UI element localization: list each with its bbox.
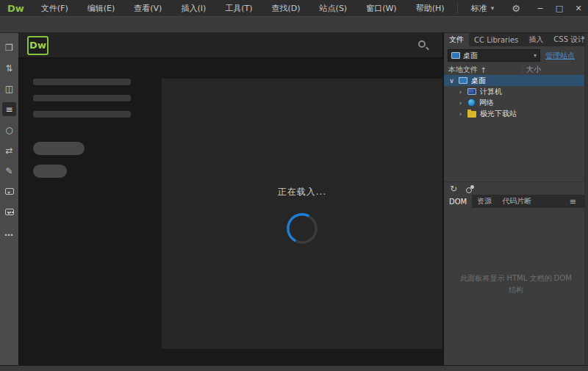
workspace-switcher[interactable]: 标准 ▾	[464, 3, 502, 14]
tree-label: 极光下载站	[480, 109, 517, 119]
main-area: ❐⇅◫≡○⇄✎… Dw 正在载入...	[0, 33, 588, 365]
search-lens	[418, 40, 426, 48]
desktop-icon	[451, 52, 460, 59]
files-panel-tabs: 文件CC Libraries插入CSS 设计器≡	[444, 33, 588, 46]
app-logo: Dw	[0, 3, 32, 14]
site-selector-value: 桌面	[463, 51, 478, 61]
files-column-header[interactable]: 本地文件 ↑ 大小	[444, 65, 588, 75]
menu-6[interactable]: 查找(D)	[262, 0, 310, 16]
chevron-collapsed-icon[interactable]: ›	[457, 99, 464, 107]
skeleton-bar	[33, 111, 131, 118]
loading-skeleton	[33, 79, 158, 178]
loading-spinner	[285, 212, 319, 245]
file-activity-icon[interactable]	[466, 185, 476, 192]
menu-1[interactable]: 文件(F)	[32, 0, 78, 16]
dom-section: DOM资源代码片断≡ 此面板将显示 HTML 文档的 DOM 结构	[444, 195, 588, 365]
secondary-toolbar	[0, 16, 588, 33]
open-documents-icon[interactable]: ❐	[2, 40, 16, 54]
workspace-label: 标准	[471, 3, 487, 14]
folder-icon	[467, 111, 476, 118]
site-selector-row: 桌面 ▾ 管理站点	[444, 46, 588, 65]
tree-label: 网络	[479, 98, 494, 108]
right-dock-panel: » 文件CC Libraries插入CSS 设计器≡ 桌面 ▾ 管理站点 本地文…	[444, 33, 588, 365]
dom-placeholder-text: 此面板将显示 HTML 文档的 DOM 结构	[458, 273, 574, 296]
menu-3[interactable]: 查看(V)	[124, 0, 171, 16]
close-button[interactable]: ✕	[569, 0, 588, 16]
tab-cc-libraries[interactable]: CC Libraries	[469, 33, 523, 46]
dom-panel-content: 此面板将显示 HTML 文档的 DOM 结构	[444, 208, 588, 365]
loading-text: 正在载入...	[278, 186, 326, 198]
column-divider[interactable]	[522, 65, 523, 74]
files-panel-footer: ↻	[444, 181, 588, 195]
skeleton-pill	[33, 142, 85, 155]
tab-资源[interactable]: 资源	[472, 195, 497, 208]
dom-panel-tabs: DOM资源代码片断≡	[444, 195, 588, 208]
menu-2[interactable]: 编辑(E)	[78, 0, 125, 16]
customize-toolbar-icon[interactable]: …	[2, 226, 16, 239]
search-icon[interactable]	[417, 40, 429, 51]
computer-icon	[467, 88, 476, 95]
refresh-icon[interactable]: ↻	[450, 184, 457, 194]
menu-bar: Dw 文件(F)编辑(E)查看(V)插入(I)工具(T)查找(D)站点(S)窗口…	[0, 0, 588, 16]
chevron-down-icon: ▾	[534, 52, 537, 59]
column-local-files[interactable]: 本地文件	[448, 65, 478, 75]
app-window: Dw 文件(F)编辑(E)查看(V)插入(I)工具(T)查找(D)站点(S)窗口…	[0, 0, 588, 371]
left-tool-strip: ❐⇅◫≡○⇄✎…	[0, 33, 18, 365]
tab-插入[interactable]: 插入	[523, 33, 548, 46]
network-icon	[467, 98, 476, 107]
menu-list: 文件(F)编辑(E)查看(V)插入(I)工具(T)查找(D)站点(S)窗口(W)…	[32, 0, 454, 16]
skeleton-bar	[33, 95, 131, 101]
dock-edge[interactable]	[584, 33, 588, 365]
manage-sites-link[interactable]: 管理站点	[545, 51, 575, 61]
tree-label: 桌面	[471, 76, 486, 86]
site-selector-dropdown[interactable]: 桌面 ▾	[448, 49, 540, 62]
chevron-expanded-icon[interactable]: ∨	[448, 77, 455, 84]
skeleton-bar	[33, 79, 131, 85]
menu-7[interactable]: 站点(S)	[310, 0, 357, 16]
menu-separator	[457, 3, 458, 13]
edit-brush-icon[interactable]: ✎	[2, 164, 16, 178]
menu-9[interactable]: 帮助(H)	[406, 0, 454, 16]
welcome-header: Dw	[18, 33, 442, 59]
menu-5[interactable]: 工具(T)	[215, 0, 262, 16]
welcome-content-panel: 正在载入...	[162, 79, 442, 349]
tab-文件[interactable]: 文件	[444, 33, 469, 46]
skeleton-pill	[33, 165, 67, 178]
column-size[interactable]: 大小	[526, 65, 541, 75]
tree-row-2[interactable]: ›计算机	[444, 86, 588, 97]
tab-dom[interactable]: DOM	[444, 195, 472, 208]
file-tree: ∨桌面›计算机›网络›极光下载站	[444, 75, 588, 181]
collapse-panels-icon[interactable]: »	[578, 34, 588, 41]
code-comment-icon[interactable]	[2, 205, 16, 219]
extend-view-icon[interactable]: ⇄	[2, 143, 16, 157]
tree-row-1[interactable]: ∨桌面	[444, 75, 588, 86]
tree-row-3[interactable]: ›网络	[444, 97, 588, 108]
live-inspect-icon[interactable]: ◫	[2, 82, 16, 96]
menu-8[interactable]: 窗口(W)	[356, 0, 406, 16]
status-bar	[0, 365, 588, 371]
chevron-down-icon: ▾	[491, 4, 495, 12]
chevron-collapsed-icon[interactable]: ›	[457, 88, 464, 96]
tree-row-4[interactable]: ›极光下载站	[444, 108, 588, 119]
chevron-collapsed-icon[interactable]: ›	[457, 110, 464, 118]
dom-panel-menu-icon[interactable]: ≡	[570, 195, 578, 208]
tree-label: 计算机	[480, 87, 502, 97]
welcome-body: 正在载入...	[18, 59, 442, 365]
desktop-icon	[459, 77, 467, 84]
window-controls: ─ □ ✕	[531, 0, 588, 16]
minimize-button[interactable]: ─	[531, 0, 550, 16]
sort-ascending-icon: ↑	[480, 66, 486, 74]
titlebar-right: 标准 ▾ ⚙ ─ □ ✕	[464, 0, 588, 16]
file-management-icon[interactable]: ⇅	[2, 61, 16, 75]
tab-代码片断[interactable]: 代码片断	[497, 195, 537, 208]
selection-target-icon[interactable]: ○	[2, 123, 16, 137]
sync-settings-gear-icon[interactable]: ⚙	[501, 3, 531, 14]
apply-comment-icon[interactable]	[2, 184, 16, 198]
dreamweaver-badge: Dw	[27, 36, 49, 55]
maximize-button[interactable]: □	[550, 0, 569, 16]
document-area: Dw 正在载入...	[18, 33, 444, 365]
search-handle	[426, 46, 429, 50]
menu-4[interactable]: 插入(I)	[171, 0, 215, 16]
apply-comment-icon-shape	[5, 188, 14, 195]
format-source-icon[interactable]: ≡	[2, 102, 16, 116]
